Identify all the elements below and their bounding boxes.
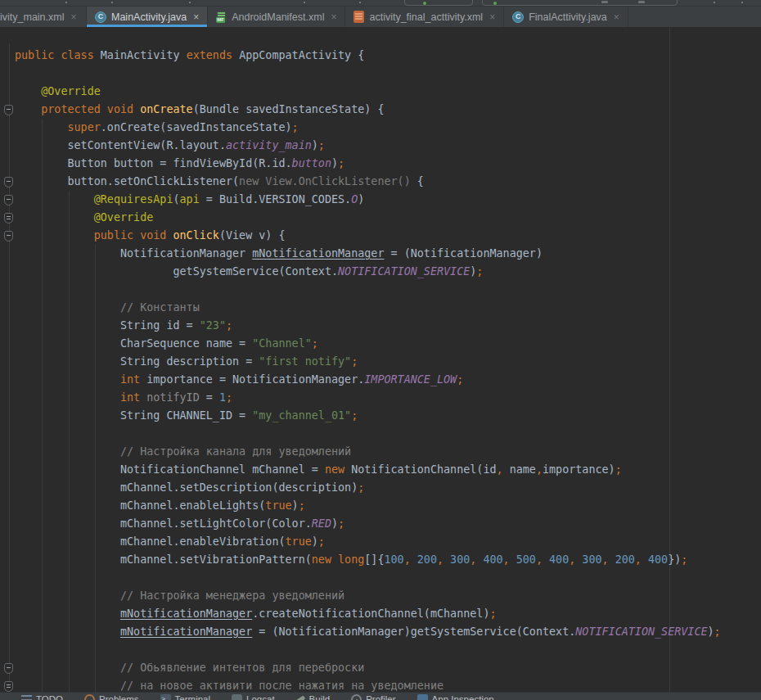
app-inspection-icon xyxy=(417,694,428,700)
code-line[interactable] xyxy=(15,569,721,587)
tab-activity-main-xml[interactable]: ivity_main.xml× xyxy=(0,7,87,27)
run-status-dot xyxy=(423,2,426,5)
code-line[interactable] xyxy=(15,281,721,299)
profiler-icon xyxy=(351,694,362,700)
code-line[interactable]: String description = "first notify"; xyxy=(15,353,721,371)
logcat-icon xyxy=(232,694,242,700)
code-line[interactable]: // на новое активити после нажатия на ув… xyxy=(15,677,721,692)
code-line[interactable]: @Override xyxy=(15,83,721,101)
code-line[interactable]: public void onClick(View v) { xyxy=(15,227,721,245)
code-line[interactable]: mNotificationManager.createNotificationC… xyxy=(15,605,721,623)
run-config-button[interactable] xyxy=(482,0,678,6)
code-line[interactable]: // Настройка менеджера уведомлений xyxy=(15,587,721,605)
code-line[interactable]: public class MainActivity extends AppCom… xyxy=(15,47,721,65)
tool-window-button-todo[interactable]: TODO xyxy=(21,694,63,700)
tool-window-label: Build xyxy=(309,694,331,700)
tool-window-button-app-inspection[interactable]: App Inspection xyxy=(417,694,494,700)
code-line[interactable]: NotificationManager mNotificationManager… xyxy=(15,245,721,263)
tool-window-button-logcat[interactable]: Logcat xyxy=(232,694,275,700)
code-line[interactable]: mChannel.setLightColor(Color.RED); xyxy=(15,515,721,533)
tool-window-button-build[interactable]: Build xyxy=(296,694,331,700)
toolbar-widget-fragment xyxy=(304,2,305,3)
run-status-dot xyxy=(493,2,497,5)
run-config-button[interactable] xyxy=(404,0,473,6)
code-line[interactable]: button.setOnClickListener(new View.OnCli… xyxy=(15,173,721,191)
java-class-icon: C xyxy=(512,11,524,23)
tool-window-bar: TODOProblems>_TerminalLogcatBuildProfile… xyxy=(0,692,761,700)
toolbar-widget-fragment xyxy=(359,2,361,3)
java-class-icon: C xyxy=(95,11,106,23)
code-line[interactable] xyxy=(15,641,721,659)
close-icon[interactable]: × xyxy=(71,11,77,23)
tool-window-button-problems[interactable]: Problems xyxy=(84,694,139,700)
code-line[interactable]: String CHANNEL_ID = "my_channel_01"; xyxy=(15,407,721,425)
code-line[interactable]: super.onCreate(savedInstanceState); xyxy=(15,119,721,137)
close-icon[interactable]: × xyxy=(489,11,495,23)
toolbar-widget-fragment xyxy=(111,2,113,3)
close-icon[interactable]: × xyxy=(614,11,619,23)
code-editor[interactable]: public class MainActivity extends AppCom… xyxy=(0,27,761,692)
editor-tab-bar: ivity_main.xml×CMainActivity.java×MFAndr… xyxy=(0,7,761,27)
terminal-icon: >_ xyxy=(160,694,171,700)
code-line[interactable]: Button button = findViewById(R.id.button… xyxy=(15,155,721,173)
build-icon xyxy=(295,695,305,700)
code-line[interactable]: mChannel.enableVibration(true); xyxy=(15,533,721,551)
tool-window-label: Profiler xyxy=(366,694,395,700)
tool-window-label: Problems xyxy=(99,694,139,700)
tool-window-label: App Inspection xyxy=(432,694,494,700)
todo-icon xyxy=(21,695,32,700)
tab-finalacttivity-java[interactable]: CFinalActtivity.java× xyxy=(504,7,628,27)
manifest-icon: MF xyxy=(216,11,227,23)
toolbar-widget-fragment xyxy=(601,1,608,3)
tab-label: AndroidManifest.xml xyxy=(232,11,324,23)
toolbar-widget-fragment xyxy=(714,2,715,3)
problems-icon xyxy=(84,694,95,700)
toolbar-widget-fragment xyxy=(741,2,743,3)
close-icon[interactable]: × xyxy=(331,11,336,23)
main-toolbar-strip xyxy=(0,0,761,7)
code-line[interactable]: CharSequence name = "Channel"; xyxy=(15,335,721,353)
tool-window-label: TODO xyxy=(36,694,63,700)
toolbar-widget-fragment xyxy=(189,2,191,3)
tool-window-label: Terminal xyxy=(175,694,210,700)
toolbar-widget-fragment xyxy=(638,1,645,3)
close-icon[interactable]: × xyxy=(193,11,199,23)
code-line[interactable]: // Обьявление интентов для переброски xyxy=(15,659,721,677)
code-line[interactable]: setContentView(R.layout.activity_main); xyxy=(15,137,721,155)
code-line[interactable]: mChannel.setDescription(description); xyxy=(15,479,721,497)
code-line[interactable]: protected void onCreate(Bundle savedInst… xyxy=(15,101,721,119)
code-line[interactable]: // Настройка канала для уведомлений xyxy=(15,443,721,461)
code-line[interactable]: NotificationChannel mChannel = new Notif… xyxy=(15,461,721,479)
tool-window-button-terminal[interactable]: >_Terminal xyxy=(160,694,210,700)
code-line[interactable]: getSystemService(Context.NOTIFICATION_SE… xyxy=(15,263,721,281)
code-line[interactable] xyxy=(15,65,721,83)
tool-window-label: Logcat xyxy=(246,694,275,700)
code-line[interactable]: mNotificationManager = (NotificationMana… xyxy=(15,623,721,641)
tab-label: activity_final_acttivity.xml xyxy=(369,11,483,23)
tab-androidmanifest-xml[interactable]: MFAndroidManifest.xml× xyxy=(208,7,345,27)
code-line[interactable]: mChannel.enableLights(true); xyxy=(15,497,721,515)
tab-label: ivity_main.xml xyxy=(0,11,65,23)
layout-xml-icon xyxy=(353,11,364,23)
tab-mainactivity-java[interactable]: CMainActivity.java× xyxy=(87,7,208,27)
code-line[interactable]: @Override xyxy=(15,209,721,227)
code-line[interactable]: String id = "23"; xyxy=(15,317,721,335)
code-text[interactable]: public class MainActivity extends AppCom… xyxy=(0,47,721,692)
code-line[interactable]: mChannel.setVibrationPattern(new long[]{… xyxy=(15,551,721,569)
code-line[interactable]: // Константы xyxy=(15,299,721,317)
code-line[interactable]: int notifyID = 1; xyxy=(15,389,721,407)
toolbar-widget-fragment xyxy=(65,2,67,3)
tab-label: MainActivity.java xyxy=(111,11,187,23)
tab-label: FinalActtivity.java xyxy=(529,11,607,23)
tab-activity-final-acttivity-xml[interactable]: activity_final_acttivity.xml× xyxy=(345,7,504,27)
code-line[interactable]: int importance = NotificationManager.IMP… xyxy=(15,371,721,389)
tool-window-button-profiler[interactable]: Profiler xyxy=(351,694,395,700)
code-line[interactable] xyxy=(15,425,721,443)
code-line[interactable]: @RequiresApi(api = Build.VERSION_CODES.O… xyxy=(15,191,721,209)
android-studio-window: ivity_main.xml×CMainActivity.java×MFAndr… xyxy=(0,0,761,700)
